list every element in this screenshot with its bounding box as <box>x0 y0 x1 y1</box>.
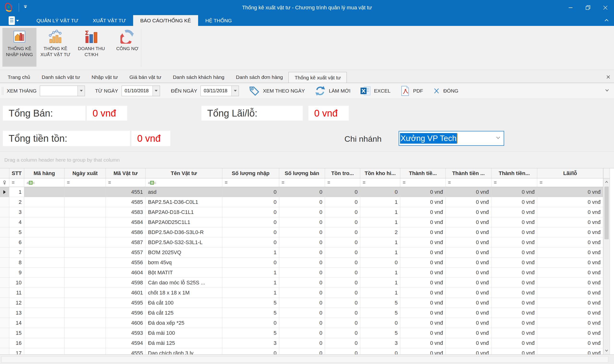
cell[interactable]: 0 vnđ <box>446 187 491 197</box>
table-row[interactable]: 114601chốt 18 x 18 x 1M10010 vnđ0 vnđ0 v… <box>0 288 603 298</box>
pdf-export-button[interactable]: PDF <box>400 86 423 96</box>
cell[interactable]: 14 <box>9 318 24 328</box>
cell[interactable]: 0 vnđ <box>446 247 491 258</box>
cell[interactable]: Đá cắt 125 <box>145 308 222 318</box>
cell[interactable]: 0 vnđ <box>400 187 446 197</box>
table-row[interactable]: 64587BDP2.5A0-S32-S3L1-L00010 vnđ0 vnđ0 … <box>0 237 603 247</box>
cell[interactable]: 1 <box>360 207 400 217</box>
cell[interactable]: 15 <box>9 328 24 338</box>
table-row[interactable]: 164594Đá mài 12530030 vnđ0 vnđ0 vnđ0 vnđ <box>0 338 603 348</box>
cell[interactable]: BDP2.5A0-D36-S3L0-R <box>145 227 222 237</box>
cell[interactable]: 0 <box>279 197 325 207</box>
cell[interactable]: BƠM 2025VQ <box>145 247 222 258</box>
cell[interactable]: 0 vnđ <box>400 308 446 318</box>
cell[interactable]: 0 vnđ <box>491 247 537 258</box>
cell[interactable]: 1 <box>222 288 279 298</box>
cell[interactable] <box>65 207 106 217</box>
cell[interactable]: 0 vnđ <box>537 348 603 354</box>
cell[interactable] <box>24 338 65 348</box>
cell[interactable]: 0 vnđ <box>537 237 603 247</box>
cell[interactable]: 4556 <box>106 258 145 268</box>
cell[interactable]: 1 <box>222 268 279 278</box>
cell[interactable]: 9 <box>9 268 24 278</box>
cell[interactable]: 3 <box>222 338 279 348</box>
cell[interactable]: 0 <box>222 237 279 247</box>
filter-cell[interactable]: = <box>360 178 400 187</box>
ribbon-tab-quan-ly-vat-tu[interactable]: QUẢN LÝ VẬT TƯ <box>29 15 86 26</box>
branch-combo[interactable]: Xưởng VP Tech <box>399 131 504 146</box>
ribbon-button-cong-no[interactable]: CÔNG NỢ <box>110 28 144 67</box>
cell[interactable]: 4604 <box>106 268 145 278</box>
cell[interactable]: 5 <box>360 308 400 318</box>
grid-group-panel[interactable]: Drag a column header here to group by th… <box>0 151 614 168</box>
cell[interactable]: 0 <box>279 318 325 328</box>
cell[interactable]: 0 <box>325 207 360 217</box>
cell[interactable]: 0 <box>325 227 360 237</box>
table-row[interactable]: 134596Đá cắt 12550050 vnđ0 vnđ0 vnđ0 vnđ <box>0 308 603 318</box>
cell[interactable]: 0 vnđ <box>537 268 603 278</box>
column-header[interactable]: Số lượng nhập <box>222 168 279 178</box>
cell[interactable]: 12 <box>9 298 24 308</box>
table-row[interactable]: 174555Dao chích rãnh 3 ly00000 vnđ0 vnđ0… <box>0 348 603 354</box>
cell[interactable]: 0 vnđ <box>537 217 603 227</box>
cell[interactable]: 0 vnđ <box>400 237 446 247</box>
cell[interactable]: 1 <box>222 278 279 288</box>
cell[interactable]: 0 vnđ <box>491 227 537 237</box>
cell[interactable]: 0 <box>360 258 400 268</box>
ribbon-tab-he-thong[interactable]: HỆ THỐNG <box>198 15 239 26</box>
cell[interactable]: 0 vnđ <box>491 268 537 278</box>
cell[interactable]: 0 vnđ <box>537 298 603 308</box>
cell[interactable]: 0 vnđ <box>446 197 491 207</box>
filter-cell[interactable]: aBc <box>145 178 222 187</box>
cell[interactable]: 0 <box>325 308 360 318</box>
filter-cell[interactable]: = <box>537 178 603 187</box>
table-row[interactable]: 104598Cán dao móc lỗ S25S ...10010 vnđ0 … <box>0 278 603 288</box>
cell[interactable] <box>65 197 106 207</box>
scrollbar-thumb[interactable] <box>604 187 609 239</box>
cell[interactable]: 3 <box>360 338 400 348</box>
cell[interactable]: 1 <box>222 247 279 258</box>
excel-export-button[interactable]: EXCEL <box>360 86 391 96</box>
dropdown-button[interactable] <box>78 86 85 96</box>
cell[interactable] <box>24 348 65 354</box>
cell[interactable]: 0 vnđ <box>491 217 537 227</box>
xem-theo-ngay-button[interactable]: XEM THEO NGÀY <box>248 85 305 97</box>
cell[interactable]: 1 <box>360 288 400 298</box>
cell[interactable]: 0 vnđ <box>491 197 537 207</box>
cell[interactable]: 0 vnđ <box>537 258 603 268</box>
cell[interactable]: 0 <box>325 258 360 268</box>
cell[interactable]: 0 <box>325 237 360 247</box>
toolbar-grip[interactable] <box>2 87 3 95</box>
cell[interactable]: 0 <box>222 217 279 227</box>
cell[interactable]: 0 vnđ <box>446 348 491 354</box>
cell[interactable]: 0 vnđ <box>400 227 446 237</box>
cell[interactable]: 0 <box>222 187 279 197</box>
cell[interactable]: 0 vnđ <box>400 338 446 348</box>
cell[interactable]: 0 vnđ <box>537 187 603 197</box>
cell[interactable] <box>65 338 106 348</box>
cell[interactable] <box>65 328 106 338</box>
cell[interactable] <box>24 187 65 197</box>
cell[interactable]: Đá doa xếp *25 <box>145 318 222 328</box>
cell[interactable]: 0 <box>222 348 279 354</box>
cell[interactable] <box>65 318 106 328</box>
cell[interactable] <box>24 227 65 237</box>
cell[interactable]: 4586 <box>106 227 145 237</box>
cell[interactable]: 0 vnđ <box>400 258 446 268</box>
dropdown-button[interactable] <box>153 86 160 96</box>
cell[interactable] <box>65 298 106 308</box>
cell[interactable] <box>65 187 106 197</box>
cell[interactable]: 10 <box>9 278 24 288</box>
cell[interactable]: 0 vnđ <box>491 298 537 308</box>
cell[interactable]: 11 <box>9 288 24 298</box>
ribbon-collapse-button[interactable] <box>604 18 609 24</box>
vertical-scrollbar[interactable] <box>603 168 610 354</box>
cell[interactable]: 1 <box>360 197 400 207</box>
scroll-up-button[interactable] <box>603 178 610 186</box>
cell[interactable]: 0 vnđ <box>400 217 446 227</box>
tab-close-button[interactable] <box>606 75 611 80</box>
tab-gia-ban-vat-tu[interactable]: Giá bán vật tư <box>124 72 167 83</box>
main-menu-button[interactable] <box>7 15 20 26</box>
cell[interactable]: 0 vnđ <box>400 318 446 328</box>
cell[interactable]: BAP2.5A1-D36-C0L1 <box>145 197 222 207</box>
